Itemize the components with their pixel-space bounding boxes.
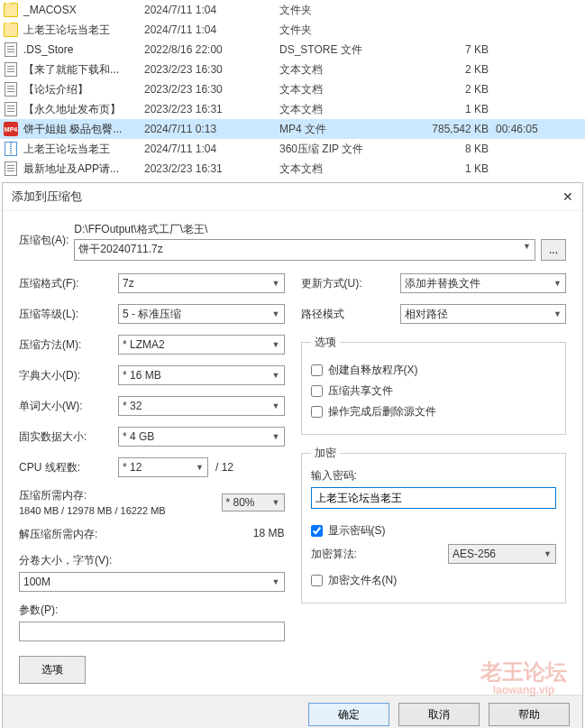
help-button[interactable]: 帮助 — [489, 703, 570, 726]
chevron-down-icon: ▼ — [272, 498, 280, 507]
archive-label: 压缩包(A): — [19, 222, 69, 248]
format-label: 压缩格式(F): — [19, 276, 118, 291]
file-row[interactable]: 上老王论坛当老王2024/7/11 1:04文件夹 — [0, 20, 585, 40]
ok-button[interactable]: 确定 — [308, 703, 389, 726]
password-input[interactable] — [311, 487, 557, 509]
chevron-down-icon: ▼ — [272, 371, 280, 380]
level-select[interactable]: 5 - 标准压缩▼ — [118, 304, 285, 324]
file-type: 文本文档 — [279, 161, 424, 177]
cancel-button[interactable]: 取消 — [398, 703, 480, 726]
file-date: 2023/2/23 16:31 — [144, 103, 279, 115]
file-name: 饼干姐姐 极品包臀... — [23, 122, 122, 137]
file-date: 2022/8/16 22:00 — [144, 43, 279, 56]
file-size: 1 KB — [424, 103, 496, 115]
solid-label: 固实数据大小: — [19, 429, 118, 445]
file-row[interactable]: 【来了就能下载和...2023/2/23 16:30文本文档2 KB — [0, 60, 585, 79]
file-type: 文本文档 — [279, 102, 424, 117]
encryption-group: 加密 输入密码: 显示密码(S) 加密算法: AES-256▼ 加密文件名(N) — [301, 446, 567, 604]
word-label: 单词大小(W): — [19, 399, 118, 414]
level-label: 压缩等级(L): — [19, 307, 118, 322]
text-icon — [4, 82, 18, 97]
solid-select[interactable]: * 4 GB▼ — [118, 427, 285, 447]
chevron-down-icon: ▼ — [272, 279, 280, 288]
file-row[interactable]: 【论坛介绍】2023/2/23 16:30文本文档2 KB — [0, 79, 585, 99]
browse-button[interactable]: ... — [541, 239, 566, 261]
options-legend: 选项 — [311, 335, 340, 350]
dict-label: 字典大小(D): — [19, 368, 118, 383]
mp4-icon: MP4 — [4, 122, 18, 136]
file-row[interactable]: MP4饼干姐姐 极品包臀...2024/7/11 0:13MP4 文件785,5… — [0, 119, 585, 139]
chevron-down-icon: ▼ — [544, 549, 552, 558]
update-label: 更新方式(U): — [301, 276, 400, 291]
chevron-down-icon: ▼ — [272, 309, 280, 318]
chevron-down-icon: ▼ — [523, 242, 531, 251]
folder-icon — [4, 3, 18, 17]
dict-select[interactable]: * 16 MB▼ — [118, 365, 285, 385]
folder-icon — [4, 23, 18, 37]
file-name: 【来了就能下载和... — [23, 62, 119, 78]
dialog-title: 添加到压缩包 — [12, 189, 82, 205]
mem-percent-select[interactable]: * 80%▼ — [222, 493, 285, 511]
enc-method-label: 加密算法: — [311, 547, 357, 562]
text-icon — [4, 161, 18, 176]
close-icon[interactable]: ✕ — [562, 189, 573, 204]
method-label: 压缩方法(M): — [19, 337, 118, 353]
file-row[interactable]: 最新地址及APP请...2023/2/23 16:31文本文档1 KB — [0, 159, 585, 179]
mem-compress-value: 1840 MB / 12978 MB / 16222 MB — [19, 505, 166, 516]
file-type: 文件夹 — [279, 23, 424, 38]
file-type: MP4 文件 — [279, 122, 424, 137]
zip-icon — [4, 142, 18, 156]
enc-method-select[interactable]: AES-256▼ — [448, 544, 556, 564]
file-type: 文本文档 — [279, 82, 424, 97]
file-row[interactable]: .DS_Store2022/8/16 22:00DS_STORE 文件7 KB — [0, 40, 585, 60]
file-type: DS_STORE 文件 — [279, 42, 424, 58]
file-row[interactable]: 上老王论坛当老王2024/7/11 1:04360压缩 ZIP 文件8 KB — [0, 139, 585, 159]
cpu-select[interactable]: * 12▼ — [118, 457, 208, 477]
add-to-archive-dialog: 添加到压缩包 ✕ 压缩包(A): D:\FFOutput\格式工厂\老王\ 饼干… — [2, 182, 583, 728]
param-label: 参数(P): — [19, 603, 285, 618]
text-icon — [4, 42, 18, 57]
split-size-input[interactable]: 100M▼ — [19, 572, 285, 592]
file-size: 1 KB — [424, 162, 496, 175]
parameters-input[interactable] — [19, 622, 285, 641]
archive-file-input[interactable]: 饼干20240711.7z ▼ — [74, 239, 535, 261]
file-date: 2024/7/11 1:04 — [144, 143, 279, 155]
file-size: 2 KB — [424, 63, 496, 76]
archive-path-text: D:\FFOutput\格式工厂\老王\ — [74, 222, 566, 237]
password-label: 输入密码: — [311, 468, 557, 484]
chevron-down-icon: ▼ — [553, 309, 562, 318]
mem-compress-label: 压缩所需内存: — [19, 488, 166, 503]
encrypt-names-checkbox[interactable]: 加密文件名(N) — [311, 573, 557, 588]
chevron-down-icon: ▼ — [272, 577, 280, 586]
cpu-total: / 12 — [215, 461, 233, 474]
file-size: 785,542 KB — [424, 123, 496, 135]
delete-after-checkbox[interactable]: 操作完成后删除源文件 — [311, 404, 557, 419]
file-row[interactable]: _MACOSX2024/7/11 1:04文件夹 — [0, 0, 585, 20]
word-select[interactable]: * 32▼ — [118, 396, 285, 416]
pathmode-label: 路径模式 — [301, 307, 400, 322]
chevron-down-icon: ▼ — [553, 279, 562, 288]
share-checkbox[interactable]: 压缩共享文件 — [311, 383, 557, 399]
file-size: 2 KB — [424, 83, 496, 96]
file-type: 360压缩 ZIP 文件 — [279, 142, 424, 157]
method-select[interactable]: * LZMA2▼ — [118, 335, 285, 355]
file-date: 2023/2/23 16:30 — [144, 83, 279, 96]
file-type: 文本文档 — [279, 62, 424, 78]
file-size: 8 KB — [424, 143, 496, 155]
show-password-checkbox[interactable]: 显示密码(S) — [311, 523, 557, 539]
file-name: 【永久地址发布页】 — [23, 102, 121, 117]
text-icon — [4, 102, 18, 116]
pathmode-select[interactable]: 相对路径▼ — [400, 304, 567, 324]
file-name: 【论坛介绍】 — [23, 82, 88, 97]
chevron-down-icon: ▼ — [272, 432, 280, 441]
file-row[interactable]: 【永久地址发布页】2023/2/23 16:31文本文档1 KB — [0, 99, 585, 119]
options-button[interactable]: 选项 — [19, 656, 86, 684]
sfx-checkbox[interactable]: 创建自释放程序(X) — [311, 363, 557, 378]
chevron-down-icon: ▼ — [196, 463, 204, 472]
mem-decompress-label: 解压缩所需内存: — [19, 527, 97, 542]
format-select[interactable]: 7z▼ — [118, 273, 285, 293]
cpu-label: CPU 线程数: — [19, 460, 118, 475]
file-size: 7 KB — [424, 43, 496, 56]
text-icon — [4, 62, 18, 77]
update-select[interactable]: 添加并替换文件▼ — [400, 273, 567, 293]
